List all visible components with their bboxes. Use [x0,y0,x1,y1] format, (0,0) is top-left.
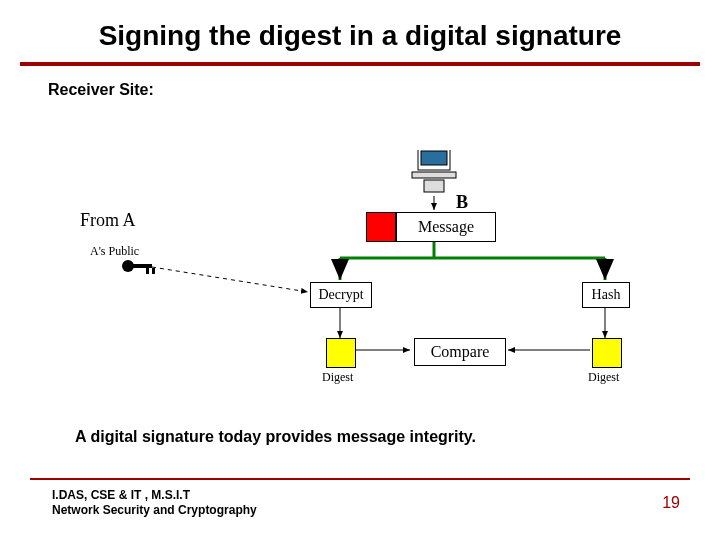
digest-right-box [592,338,622,368]
from-label: From A [80,210,136,231]
svg-rect-1 [421,151,447,165]
svg-line-15 [152,267,308,292]
svg-rect-5 [132,264,152,268]
svg-rect-7 [152,268,155,274]
footer-course: Network Security and Cryptography [52,503,257,517]
digest-right-label: Digest [588,370,619,385]
digest-left-box [326,338,356,368]
subtitle: Receiver Site: [48,81,720,99]
receiver-label: B [456,192,468,213]
footer-left: I.DAS, CSE & IT , M.S.I.T Network Securi… [52,488,257,518]
public-key-label: A's Public [90,244,139,259]
footer-rule [30,478,690,480]
red-block-left [366,212,396,242]
svg-rect-6 [146,268,149,274]
svg-rect-2 [412,172,456,178]
svg-rect-3 [424,180,444,192]
footer-author: I.DAS, CSE & IT , M.S.I.T [52,488,190,502]
page-number: 19 [662,494,680,512]
page-title: Signing the digest in a digital signatur… [0,20,720,52]
compare-box: Compare [414,338,506,366]
hash-box: Hash [582,282,630,308]
diagram-arrows [40,150,680,390]
diagram: From A A's Public B Message Decrypt Hash… [40,150,680,390]
message-box: Message [396,212,496,242]
caption: A digital signature today provides messa… [75,428,476,446]
title-rule [20,62,700,66]
decrypt-box: Decrypt [310,282,372,308]
digest-left-label: Digest [322,370,353,385]
